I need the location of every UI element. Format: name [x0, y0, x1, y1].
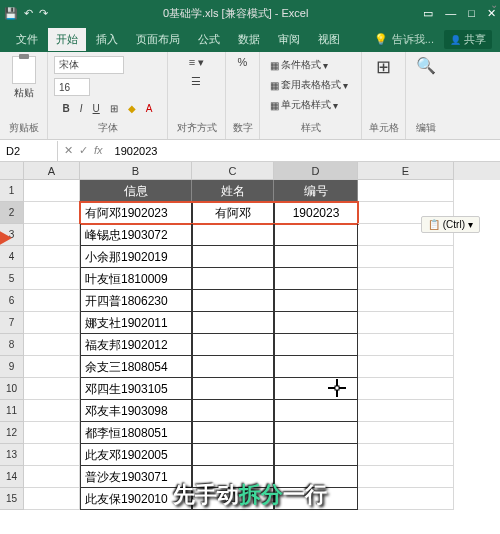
save-icon[interactable]: 💾 — [4, 7, 18, 20]
cell[interactable] — [274, 312, 358, 334]
col-header-e[interactable]: E — [358, 162, 454, 180]
wrap-icon[interactable]: ☰ — [191, 75, 201, 88]
col-header-b[interactable]: B — [80, 162, 192, 180]
cell[interactable] — [24, 202, 80, 224]
cell[interactable] — [274, 290, 358, 312]
cell[interactable] — [358, 312, 454, 334]
redo-icon[interactable]: ↷ — [39, 7, 48, 20]
paste-button[interactable]: 粘贴 — [12, 56, 36, 100]
cell[interactable] — [358, 400, 454, 422]
paste-options-button[interactable]: 📋 (Ctrl) ▾ — [421, 216, 480, 233]
cell[interactable]: 1902023 — [274, 202, 358, 224]
cell[interactable] — [274, 356, 358, 378]
cancel-formula-icon[interactable]: ✕ — [64, 144, 73, 157]
cell[interactable] — [358, 356, 454, 378]
cell[interactable] — [192, 290, 274, 312]
cell[interactable] — [24, 290, 80, 312]
cell[interactable] — [192, 224, 274, 246]
cell[interactable] — [358, 378, 454, 400]
fill-color-button[interactable]: ◆ — [125, 102, 139, 115]
cell[interactable] — [192, 246, 274, 268]
row-header[interactable]: 2 — [0, 202, 24, 224]
row-header[interactable]: 14 — [0, 466, 24, 488]
edit-icon[interactable]: 🔍 — [416, 56, 436, 75]
cell[interactable] — [24, 422, 80, 444]
table-header[interactable]: 编号 — [274, 180, 358, 202]
bold-button[interactable]: B — [60, 102, 73, 115]
fx-icon[interactable]: fx — [94, 144, 103, 157]
cell[interactable]: 娜支社1902011 — [80, 312, 192, 334]
cell[interactable] — [358, 466, 454, 488]
cells-icon[interactable]: ⊞ — [376, 56, 391, 78]
undo-icon[interactable]: ↶ — [24, 7, 33, 20]
cell[interactable] — [274, 268, 358, 290]
cell[interactable] — [192, 312, 274, 334]
cell[interactable] — [192, 444, 274, 466]
cell[interactable] — [358, 290, 454, 312]
cell[interactable] — [24, 400, 80, 422]
col-header-d[interactable]: D — [274, 162, 358, 180]
maximize-icon[interactable]: □ — [468, 7, 475, 20]
font-size-select[interactable]: 16 — [54, 78, 90, 96]
tab-insert[interactable]: 插入 — [88, 28, 126, 51]
align-icon[interactable]: ≡ ▾ — [189, 56, 204, 69]
cell[interactable]: 叶友恒1810009 — [80, 268, 192, 290]
cell[interactable] — [274, 334, 358, 356]
cell[interactable] — [24, 378, 80, 400]
cell[interactable] — [24, 268, 80, 290]
expand-formula-icon[interactable]: ⌄ — [490, 0, 498, 10]
cell[interactable] — [358, 422, 454, 444]
cell[interactable]: 邓四生1903105 — [80, 378, 192, 400]
border-button[interactable]: ⊞ — [107, 102, 121, 115]
cell[interactable] — [24, 466, 80, 488]
row-header[interactable]: 12 — [0, 422, 24, 444]
cell[interactable] — [24, 334, 80, 356]
formula-input[interactable]: 1902023 — [109, 145, 500, 157]
cell[interactable] — [24, 224, 80, 246]
cell[interactable]: 有阿邓 — [192, 202, 274, 224]
row-header[interactable]: 5 — [0, 268, 24, 290]
tab-home[interactable]: 开始 — [48, 28, 86, 51]
col-header-c[interactable]: C — [192, 162, 274, 180]
enter-formula-icon[interactable]: ✓ — [79, 144, 88, 157]
cell[interactable] — [358, 444, 454, 466]
cell[interactable]: 峰锡忠1903072 — [80, 224, 192, 246]
underline-button[interactable]: U — [90, 102, 103, 115]
row-header[interactable]: 9 — [0, 356, 24, 378]
cell[interactable] — [274, 246, 358, 268]
tab-layout[interactable]: 页面布局 — [128, 28, 188, 51]
cell[interactable] — [274, 422, 358, 444]
name-box[interactable]: D2 — [0, 141, 58, 161]
cell[interactable] — [358, 246, 454, 268]
row-header[interactable]: 10 — [0, 378, 24, 400]
cell[interactable] — [24, 246, 80, 268]
cell[interactable] — [24, 488, 80, 510]
tab-view[interactable]: 视图 — [310, 28, 348, 51]
row-header[interactable]: 13 — [0, 444, 24, 466]
spreadsheet-grid[interactable]: A B C D E 1信息姓名编号2有阿邓1902023有阿邓19020233峰… — [0, 162, 500, 510]
cell[interactable] — [192, 268, 274, 290]
cell[interactable] — [274, 400, 358, 422]
cell[interactable]: 都李恒1808051 — [80, 422, 192, 444]
table-header[interactable]: 姓名 — [192, 180, 274, 202]
cell[interactable] — [274, 224, 358, 246]
cell[interactable] — [274, 378, 358, 400]
select-all-corner[interactable] — [0, 162, 24, 180]
tab-formula[interactable]: 公式 — [190, 28, 228, 51]
cell[interactable] — [358, 180, 454, 202]
cell[interactable] — [192, 334, 274, 356]
cell[interactable]: 此友邓1902005 — [80, 444, 192, 466]
cell[interactable]: 余支三1808054 — [80, 356, 192, 378]
cell[interactable]: 小余那1902019 — [80, 246, 192, 268]
row-header[interactable]: 7 — [0, 312, 24, 334]
cell[interactable] — [358, 488, 454, 510]
row-header[interactable]: 1 — [0, 180, 24, 202]
tab-data[interactable]: 数据 — [230, 28, 268, 51]
cell[interactable] — [358, 268, 454, 290]
tell-me[interactable]: 💡 告诉我... 👤 共享 — [374, 30, 492, 49]
font-color-button[interactable]: A — [143, 102, 156, 115]
cell[interactable] — [24, 444, 80, 466]
ribbon-options-icon[interactable]: ▭ — [423, 7, 433, 20]
cell[interactable] — [192, 378, 274, 400]
tab-review[interactable]: 审阅 — [270, 28, 308, 51]
